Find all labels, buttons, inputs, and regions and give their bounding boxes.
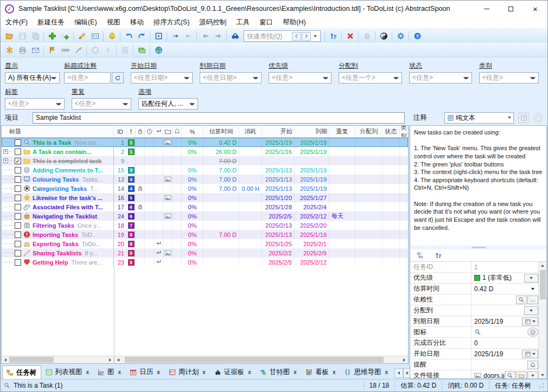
view-tab-列表视图[interactable]: 列表视图x: [41, 365, 94, 379]
dependency-search-button[interactable]: [516, 295, 527, 304]
column-header-percent[interactable]: %: [182, 126, 203, 137]
filter-start-date-select[interactable]: <任意日期>: [131, 72, 193, 83]
column-header-id[interactable]: ID: [114, 126, 127, 137]
filter-priority-select[interactable]: <任意>: [269, 72, 332, 83]
nav-back-button[interactable]: [199, 30, 212, 42]
menu-item-5[interactable]: 排序方式(S): [149, 17, 195, 28]
find-next-button[interactable]: [302, 32, 311, 41]
edit-task-button[interactable]: [75, 30, 88, 42]
view-tab-看板[interactable]: 看板x: [301, 365, 340, 379]
close-tab-icon[interactable]: x: [86, 369, 90, 375]
menu-item-0[interactable]: 文件(F): [1, 17, 33, 28]
menu-item-2[interactable]: 编辑(E): [69, 17, 102, 28]
task-checkbox[interactable]: [15, 259, 21, 266]
columns-horizontal-scrollbar[interactable]: [114, 356, 408, 363]
maximize-button[interactable]: [499, 1, 523, 17]
menu-item-6[interactable]: 源码控制: [194, 17, 231, 28]
task-checkbox[interactable]: [15, 232, 21, 238]
attribute-sort-button[interactable]: [432, 249, 445, 261]
tree-column-splitter[interactable]: [114, 267, 114, 356]
quick-find-input[interactable]: [245, 33, 291, 40]
task-checkbox[interactable]: [15, 204, 21, 210]
attribute-groups-button[interactable]: [414, 249, 427, 261]
expand-toggle[interactable]: +: [3, 158, 8, 163]
column-header-start[interactable]: 开始: [262, 126, 295, 137]
task-row[interactable]: Sharing TasklistsIf y...2190%2025/2/2202…: [2, 248, 408, 258]
attribute-dropdown-button[interactable]: [524, 274, 538, 282]
column-header-recurrence[interactable]: [154, 126, 163, 137]
close-tab-icon[interactable]: x: [294, 369, 297, 375]
find-tasks-button[interactable]: [228, 30, 241, 42]
undo-button[interactable]: [122, 30, 135, 42]
comments-format-select[interactable]: 纯文本: [444, 112, 514, 124]
sort-button[interactable]: [327, 30, 340, 42]
reminder-button[interactable]: [527, 361, 538, 369]
view-tab-甘特图[interactable]: 甘特图x: [256, 365, 301, 379]
cleanup-button[interactable]: [72, 44, 85, 56]
attribute-dropdown-button[interactable]: [524, 306, 538, 315]
task-row[interactable]: Categorizing TasksT...1440%7.00 D0.00 H2…: [2, 184, 408, 193]
flag-button[interactable]: [46, 44, 59, 56]
attribute-dropdown-button[interactable]: [527, 285, 538, 293]
toggle-style-button[interactable]: [377, 30, 390, 42]
filter-assigned-to-select[interactable]: <任意一个>: [339, 72, 402, 83]
view-tab-思维导图[interactable]: 思维导图x: [340, 365, 392, 379]
close-tab-icon[interactable]: x: [248, 369, 251, 375]
task-checkbox[interactable]: [15, 241, 21, 247]
close-tab-icon[interactable]: x: [202, 369, 206, 375]
column-header-assigned[interactable]: 分配到: [355, 126, 383, 137]
close-button[interactable]: ×: [523, 1, 547, 17]
task-row[interactable]: +✓This is a completed task97.00 D: [2, 156, 408, 165]
close-tab-icon[interactable]: x: [385, 369, 388, 375]
donate-button[interactable]: [135, 44, 148, 56]
menu-item-8[interactable]: 窗口: [254, 17, 278, 28]
view-tab-周计划[interactable]: 周计划x: [164, 365, 210, 379]
menu-item-9[interactable]: 帮助(H): [278, 17, 310, 28]
menu-item-1[interactable]: 新建任务: [33, 17, 69, 28]
view-tab-任务树[interactable]: 任务树: [2, 365, 41, 379]
nav-forward-button[interactable]: [212, 30, 225, 42]
tree-horizontal-scrollbar[interactable]: [2, 356, 114, 363]
close-tab-icon[interactable]: x: [157, 369, 160, 375]
task-row[interactable]: +A Task can contain...210%26.00 D2025/1/…: [2, 147, 408, 156]
menu-item-3[interactable]: 视图: [102, 17, 125, 28]
dependency-more-button[interactable]: …: [527, 295, 538, 304]
resize-grip[interactable]: [539, 383, 544, 388]
attribute-value[interactable]: 1: [471, 262, 538, 272]
menu-item-4[interactable]: 移动: [125, 17, 149, 28]
preferences-button[interactable]: [394, 30, 407, 42]
attribute-value[interactable]: [471, 359, 527, 370]
lightning-button[interactable]: [101, 44, 114, 56]
column-header-category[interactable]: 类别: [400, 126, 408, 137]
column-header-status[interactable]: 状态: [383, 126, 400, 137]
filelink-browse-button[interactable]: [516, 371, 527, 379]
task-row[interactable]: Navigating the Tasklist2460%2025/2/52025…: [2, 211, 408, 221]
attribute-value[interactable]: doors.jp: [471, 370, 504, 378]
task-row[interactable]: Associated Files with T...1760%2025/1/28…: [2, 202, 408, 211]
project-title-input[interactable]: [33, 112, 405, 124]
filter-title-or-comment-input[interactable]: <任意>: [64, 72, 111, 83]
task-row[interactable]: Likewise for the task's ...1650%2025/1/2…: [2, 193, 408, 202]
column-header-file[interactable]: [163, 126, 173, 137]
column-header-recurrence[interactable]: 重复: [329, 126, 355, 137]
task-checkbox[interactable]: [15, 250, 21, 256]
attribute-value[interactable]: [471, 327, 527, 337]
set-reminder-button[interactable]: [105, 30, 118, 42]
task-checkbox[interactable]: ✓: [15, 158, 21, 164]
task-card-button[interactable]: [88, 30, 101, 42]
menu-item-7[interactable]: 工具: [231, 17, 254, 28]
print-button[interactable]: [16, 44, 29, 56]
task-row[interactable]: Colouring TasksTasks...1340%7.00 D2025/1…: [2, 175, 408, 184]
new-task-button[interactable]: [46, 30, 59, 42]
view-tab-证据板[interactable]: 证据板x: [210, 365, 256, 379]
attribute-value[interactable]: 2025/1/19: [471, 349, 521, 359]
close-tab-icon[interactable]: x: [333, 369, 336, 375]
email-button[interactable]: [29, 44, 42, 56]
view-tab-日历[interactable]: 31日历x: [125, 365, 164, 379]
filter-show-select[interactable]: A) 所有任务(A): [5, 72, 60, 83]
attribute-value[interactable]: 2025/1/19: [471, 316, 521, 326]
move-right-button[interactable]: [169, 30, 182, 42]
task-checkbox[interactable]: [15, 185, 21, 192]
column-header-priority[interactable]: [127, 126, 136, 137]
column-header-lock[interactable]: [136, 126, 145, 137]
